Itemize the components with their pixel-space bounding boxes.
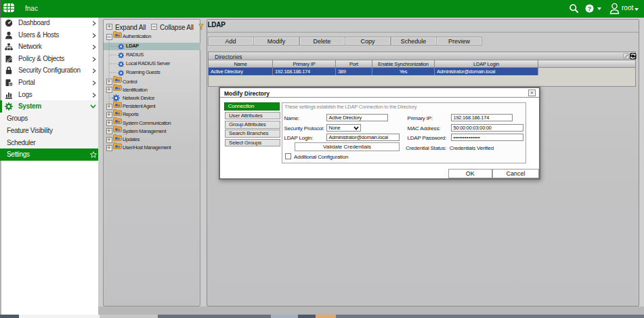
svg-text:?: ?	[588, 5, 592, 12]
